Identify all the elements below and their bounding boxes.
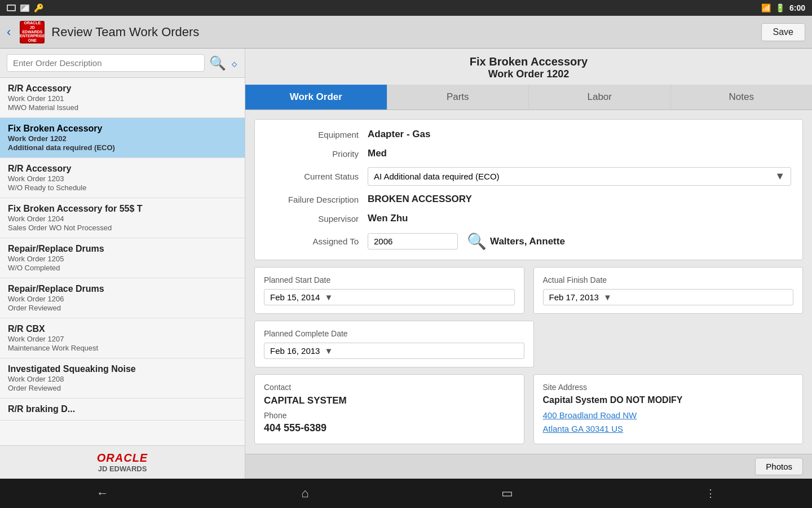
actual-finish-input[interactable]: Feb 17, 2013 ▼ bbox=[543, 289, 794, 305]
planned-complete-row: Planned Complete Date Feb 16, 2013 ▼ bbox=[254, 321, 803, 367]
photos-button[interactable]: Photos bbox=[755, 458, 803, 475]
list-item[interactable]: R/R Accessory Work Order 1203 W/O Ready … bbox=[0, 158, 245, 198]
list-item[interactable]: Repair/Replace Drums Work Order 1206 Ord… bbox=[0, 278, 245, 318]
wo-title: R/R Accessory bbox=[8, 164, 237, 174]
planned-start-input[interactable]: Feb 15, 2014 ▼ bbox=[264, 289, 515, 305]
assigned-input-group: 🔍 Walters, Annette bbox=[368, 232, 565, 251]
site-address-line1[interactable]: 400 Broadland Road NW bbox=[543, 409, 794, 422]
wifi-icon: 📶 bbox=[761, 3, 771, 12]
work-order-list: R/R Accessory Work Order 1201 MWO Materi… bbox=[0, 78, 245, 445]
wo-status: Additional data required (ECO) bbox=[8, 143, 237, 152]
search-input[interactable] bbox=[7, 54, 205, 72]
supervisor-value: Wen Zhu bbox=[368, 213, 408, 224]
contact-site-row: Contact CAPITAL SYSTEM Phone 404 555-638… bbox=[254, 374, 803, 444]
supervisor-row: Supervisor Wen Zhu bbox=[266, 213, 791, 224]
assigned-to-input[interactable] bbox=[368, 233, 458, 249]
lookup-name: Walters, Annette bbox=[490, 236, 565, 247]
planned-complete-group: Planned Complete Date Feb 16, 2013 ▼ bbox=[254, 321, 534, 367]
back-nav-button[interactable]: ← bbox=[96, 486, 109, 501]
screen-icon bbox=[7, 5, 16, 11]
oracle-logo-text: ORACLE bbox=[97, 452, 148, 465]
equipment-label: Equipment bbox=[266, 130, 368, 139]
more-nav-button[interactable]: ⋮ bbox=[705, 487, 716, 500]
actual-finish-value: Feb 17, 2013 bbox=[549, 292, 599, 302]
wo-title: R/R CBX bbox=[8, 324, 237, 334]
main-fields-card: Equipment Adapter - Gas Priority Med Cur… bbox=[254, 119, 803, 260]
content-area: Fix Broken Accessory Work Order 1202 Wor… bbox=[245, 49, 812, 479]
list-item-selected[interactable]: Fix Broken Accessory Work Order 1202 Add… bbox=[0, 118, 245, 158]
actual-finish-group: Actual Finish Date Feb 17, 2013 ▼ bbox=[533, 267, 804, 314]
wo-order-num: Work Order 1205 bbox=[8, 255, 237, 263]
tab-bar: Work Order Parts Labor Notes bbox=[245, 85, 812, 110]
wo-order-num: Work Order 1202 bbox=[8, 134, 237, 143]
back-button[interactable]: ‹ bbox=[7, 25, 11, 40]
equipment-row: Equipment Adapter - Gas bbox=[266, 129, 791, 140]
wo-status: W/O Completed bbox=[8, 264, 237, 272]
content-header: Fix Broken Accessory Work Order 1202 bbox=[245, 49, 812, 85]
status-value: AI Additional data required (ECO) bbox=[374, 172, 500, 181]
sidebar: 🔍 ⬦ R/R Accessory Work Order 1201 MWO Ma… bbox=[0, 49, 245, 479]
app-bar-title: Review Team Work Orders bbox=[51, 25, 754, 40]
priority-value: Med bbox=[368, 148, 387, 159]
jde-logo-text: JD EDWARDS bbox=[98, 465, 147, 473]
priority-row: Priority Med bbox=[266, 148, 791, 159]
image-icon bbox=[20, 5, 29, 12]
wo-title: R/R Accessory bbox=[8, 84, 237, 94]
oracle-logo: ORACLEJD EDWARDSENTERPRISEONE bbox=[20, 21, 45, 43]
recent-nav-button[interactable]: ▭ bbox=[501, 486, 513, 501]
wo-title: Fix Broken Accessory for 55$ T bbox=[8, 204, 237, 214]
tab-notes[interactable]: Notes bbox=[671, 85, 813, 110]
list-item[interactable]: Fix Broken Accessory for 55$ T Work Orde… bbox=[0, 198, 245, 238]
save-button[interactable]: Save bbox=[761, 23, 805, 41]
wo-order-num: Work Order 1206 bbox=[8, 295, 237, 303]
status-dropdown[interactable]: AI Additional data required (ECO) ▼ bbox=[368, 167, 791, 186]
tab-parts[interactable]: Parts bbox=[387, 85, 529, 110]
supervisor-label: Supervisor bbox=[266, 214, 368, 224]
wo-title: R/R braking D... bbox=[8, 404, 237, 414]
status-label: Current Status bbox=[266, 172, 368, 181]
planned-start-value: Feb 15, 2014 bbox=[270, 292, 320, 302]
wo-status: Order Reviewed bbox=[8, 304, 237, 312]
contact-phone: 404 555-6389 bbox=[264, 422, 515, 434]
key-icon: 🔑 bbox=[34, 3, 43, 12]
lookup-icon[interactable]: 🔍 bbox=[467, 232, 487, 251]
wo-order-num: Work Order 1208 bbox=[8, 375, 237, 383]
actual-finish-arrow-icon: ▼ bbox=[603, 292, 612, 302]
planned-complete-input[interactable]: Feb 16, 2013 ▼ bbox=[264, 343, 524, 359]
priority-label: Priority bbox=[266, 149, 368, 159]
filter-icon[interactable]: ⬦ bbox=[231, 56, 238, 71]
tab-work-order[interactable]: Work Order bbox=[245, 85, 387, 110]
list-item[interactable]: R/R braking D... bbox=[0, 398, 245, 421]
list-item[interactable]: R/R CBX Work Order 1207 Maintenance Work… bbox=[0, 318, 245, 358]
main-layout: 🔍 ⬦ R/R Accessory Work Order 1201 MWO Ma… bbox=[0, 49, 812, 479]
status-bar: 🔑 📶 🔋 6:00 bbox=[0, 0, 812, 16]
sidebar-footer: ORACLE JD EDWARDS bbox=[0, 445, 245, 479]
android-nav-bar: ← ⌂ ▭ ⋮ bbox=[0, 479, 812, 508]
site-address-line2[interactable]: Atlanta GA 30341 US bbox=[543, 422, 794, 436]
actual-finish-label: Actual Finish Date bbox=[543, 275, 794, 284]
tab-labor[interactable]: Labor bbox=[529, 85, 671, 110]
home-nav-button[interactable]: ⌂ bbox=[301, 486, 308, 501]
site-company-name: Capital System DO NOT MODIFY bbox=[543, 395, 794, 405]
failure-row: Failure Description BROKEN ACCESSORY bbox=[266, 194, 791, 205]
list-item[interactable]: Repair/Replace Drums Work Order 1205 W/O… bbox=[0, 238, 245, 278]
site-section-label: Site Address bbox=[543, 383, 794, 392]
dates-row: Planned Start Date Feb 15, 2014 ▼ Actual… bbox=[254, 267, 803, 314]
battery-icon: 🔋 bbox=[775, 3, 785, 12]
time-display: 6:00 bbox=[789, 3, 805, 12]
wo-title: Investigated Squeaking Noise bbox=[8, 364, 237, 374]
planned-complete-value: Feb 16, 2013 bbox=[270, 346, 320, 356]
planned-complete-label: Planned Complete Date bbox=[264, 329, 524, 338]
list-item[interactable]: R/R Accessory Work Order 1201 MWO Materi… bbox=[0, 78, 245, 118]
logo-oracle-text: ORACLEJD EDWARDSENTERPRISEONE bbox=[20, 21, 45, 42]
search-icon[interactable]: 🔍 bbox=[209, 55, 226, 71]
content-title: Fix Broken Accessory bbox=[257, 55, 801, 68]
lookup-group: 🔍 Walters, Annette bbox=[467, 232, 565, 251]
planned-start-label: Planned Start Date bbox=[264, 275, 515, 284]
wo-title: Repair/Replace Drums bbox=[8, 284, 237, 294]
phone-label: Phone bbox=[264, 411, 515, 420]
planned-start-arrow-icon: ▼ bbox=[324, 292, 333, 302]
wo-status: Sales Order WO Not Processed bbox=[8, 224, 237, 232]
equipment-value: Adapter - Gas bbox=[368, 129, 430, 140]
list-item[interactable]: Investigated Squeaking Noise Work Order … bbox=[0, 358, 245, 398]
